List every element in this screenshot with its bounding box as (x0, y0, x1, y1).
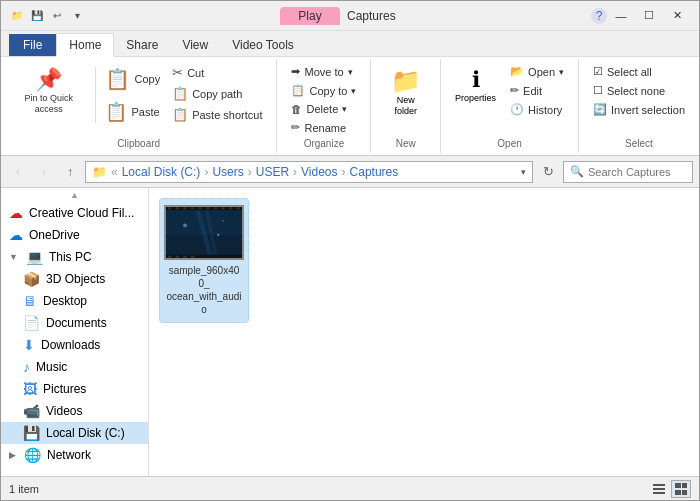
sidebar-item-label: OneDrive (29, 228, 80, 242)
sidebar-item-desktop[interactable]: 🖥 Desktop (1, 290, 148, 312)
pin-to-quick-access-button[interactable]: 📌 Pin to Quick access (9, 63, 89, 119)
forward-button[interactable]: › (33, 161, 55, 183)
file-thumbnail (164, 205, 244, 260)
sidebar-item-creative-cloud[interactable]: ☁ Creative Cloud Fil... (1, 202, 148, 224)
up-button[interactable]: ↑ (59, 161, 81, 183)
sidebar-item-label: Videos (46, 404, 82, 418)
path-sep-3: › (293, 165, 297, 179)
sidebar-item-label: Documents (46, 316, 107, 330)
properties-button[interactable]: ℹ Properties (449, 63, 502, 107)
copy-path-icon: 📋 (172, 86, 188, 101)
select-all-button[interactable]: ☑ Select all (587, 63, 691, 80)
svg-rect-21 (183, 256, 187, 258)
path-dropdown-icon[interactable]: ▾ (521, 167, 526, 177)
search-input[interactable] (588, 166, 686, 178)
pictures-icon: 🖼 (23, 381, 37, 397)
sidebar-item-onedrive[interactable]: ☁ OneDrive (1, 224, 148, 246)
content-area[interactable]: sample_960x400_ocean_with_audio (149, 188, 699, 476)
sidebar-item-pictures[interactable]: 🖼 Pictures (1, 378, 148, 400)
tab-home[interactable]: Home (56, 33, 114, 57)
rename-button[interactable]: ✏ Rename (285, 119, 362, 136)
delete-label: Delete (306, 103, 338, 115)
search-box[interactable]: 🔍 (563, 161, 693, 183)
tab-videotools[interactable]: Video Tools (220, 34, 306, 56)
list-view-button[interactable] (649, 480, 669, 498)
invert-selection-button[interactable]: 🔄 Invert selection (587, 101, 691, 118)
tab-share[interactable]: Share (114, 34, 170, 56)
history-label: History (528, 104, 562, 116)
pin-label: Pin to Quick access (15, 93, 83, 115)
select-none-button[interactable]: ☐ Select none (587, 82, 691, 99)
open-items: ℹ Properties 📂 Open ▾ ✏ Edit 🕐 History (449, 63, 570, 118)
sidebar-item-downloads[interactable]: ⬇ Downloads (1, 334, 148, 356)
new-items: 📁 New folder (379, 63, 432, 121)
paste-shortcut-button[interactable]: 📋 Paste shortcut (166, 105, 268, 124)
copy-to-arrow: ▾ (351, 86, 356, 96)
path-videos[interactable]: Videos (301, 165, 337, 179)
cut-button[interactable]: ✂ Cut (166, 63, 268, 82)
svg-rect-15 (214, 207, 218, 209)
sidebar-item-network[interactable]: ▶ 🌐 Network (1, 444, 148, 466)
sidebar-item-3d-objects[interactable]: 📦 3D Objects (1, 268, 148, 290)
downloads-icon: ⬇ (23, 337, 35, 353)
move-to-button[interactable]: ➡ Move to ▾ (285, 63, 362, 80)
path-sep-1: › (204, 165, 208, 179)
path-user[interactable]: USER (256, 165, 289, 179)
open-button[interactable]: 📂 Open ▾ (504, 63, 570, 80)
sidebar-item-videos[interactable]: 📹 Videos (1, 400, 148, 422)
history-button[interactable]: 🕐 History (504, 101, 570, 118)
sidebar-item-documents[interactable]: 📄 Documents (1, 312, 148, 334)
select-label: Select (625, 136, 653, 149)
delete-button[interactable]: 🗑 Delete ▾ (285, 101, 362, 117)
open-edit-history: 📂 Open ▾ ✏ Edit 🕐 History (504, 63, 570, 118)
sidebar-scroll-up[interactable]: ▲ (1, 188, 148, 202)
new-folder-button[interactable]: 📁 New folder (379, 63, 432, 121)
copy-to-button[interactable]: 📋 Copy to ▾ (285, 82, 362, 99)
close-button[interactable]: ✕ (663, 5, 691, 27)
invert-icon: 🔄 (593, 103, 607, 116)
status-text: 1 item (9, 483, 39, 495)
copy-button[interactable]: 📋 Copy (101, 63, 164, 95)
path-users[interactable]: Users (212, 165, 243, 179)
svg-rect-25 (653, 492, 665, 494)
select-all-label: Select all (607, 66, 652, 78)
select-group: ☑ Select all ☐ Select none 🔄 Invert sele… (579, 59, 699, 153)
edit-icon: ✏ (510, 84, 519, 97)
back-button[interactable]: ‹ (7, 161, 29, 183)
address-path[interactable]: 📁 « Local Disk (C:) › Users › USER › Vid… (85, 161, 533, 183)
tab-view[interactable]: View (170, 34, 220, 56)
organize-buttons: ➡ Move to ▾ 📋 Copy to ▾ 🗑 Delete ▾ ✏ Ren… (285, 63, 362, 136)
path-sep-4: › (342, 165, 346, 179)
svg-rect-18 (236, 207, 240, 209)
select-items: ☑ Select all ☐ Select none 🔄 Invert sele… (587, 63, 691, 118)
details-view-button[interactable] (671, 480, 691, 498)
copy-to-label: Copy to (309, 85, 347, 97)
sidebar-item-local-disk[interactable]: 💾 Local Disk (C:) (1, 422, 148, 444)
minimize-button[interactable]: — (607, 5, 635, 27)
copy-label: Copy (134, 73, 160, 85)
move-to-icon: ➡ (291, 65, 300, 78)
paste-button[interactable]: 📋 Paste (101, 97, 164, 127)
pin-icon: 📌 (35, 67, 62, 93)
play-tab[interactable]: Play (280, 7, 339, 25)
maximize-button[interactable]: ☐ (635, 5, 663, 27)
edit-button[interactable]: ✏ Edit (504, 82, 570, 99)
copy-path-label: Copy path (192, 88, 242, 100)
onedrive-icon: ☁ (9, 227, 23, 243)
rename-icon: ✏ (291, 121, 300, 134)
refresh-button[interactable]: ↻ (537, 161, 559, 183)
sidebar-item-music[interactable]: ♪ Music (1, 356, 148, 378)
sidebar-item-label: Pictures (43, 382, 86, 396)
paste-shortcut-icon: 📋 (172, 107, 188, 122)
file-item[interactable]: sample_960x400_ocean_with_audio (159, 198, 249, 323)
status-bar: 1 item (1, 476, 699, 500)
sidebar-item-this-pc[interactable]: ▼ 💻 This PC (1, 246, 148, 268)
sidebar: ▲ ☁ Creative Cloud Fil... ☁ OneDrive ▼ 💻… (1, 188, 149, 476)
this-pc-icon: 💻 (26, 249, 43, 265)
window-title: Play Captures (85, 9, 591, 23)
path-captures[interactable]: Captures (350, 165, 399, 179)
path-local-disk[interactable]: Local Disk (C:) (122, 165, 201, 179)
dropdown-icon[interactable]: ▾ (69, 8, 85, 24)
copy-path-button[interactable]: 📋 Copy path (166, 84, 268, 103)
tab-file[interactable]: File (9, 34, 56, 56)
